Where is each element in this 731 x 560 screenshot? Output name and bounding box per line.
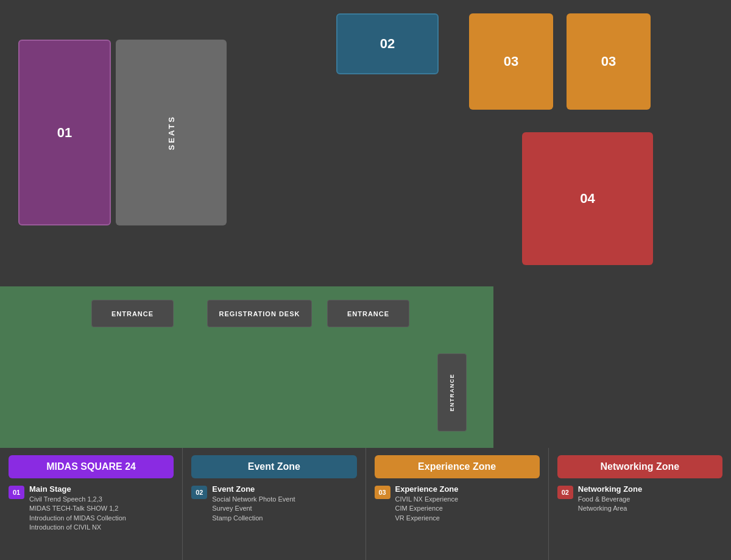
entrance-vertical[interactable]: ENTRANCE: [437, 353, 467, 431]
legend-header-midas: MIDAS SQUARE 24: [9, 455, 174, 478]
block-label: 03: [504, 54, 518, 69]
legend-text-midas: Main Stage Civil Trend Speech 1,2,3 MIDA…: [29, 484, 126, 533]
block-label: 01: [57, 125, 72, 141]
legend-text-experience: Experience Zone CIVIL NX Experience CIM …: [395, 484, 459, 523]
legend-badge-experience: 03: [375, 486, 390, 499]
legend-badge-midas: 01: [9, 486, 24, 499]
legend-badge-event: 02: [191, 486, 207, 499]
block-03-orange-left[interactable]: 03: [469, 13, 553, 110]
seats-label: SEATS: [167, 115, 176, 150]
block-04-red[interactable]: 04: [522, 132, 653, 265]
legend-event: Event Zone 02 Event Zone Social Network …: [183, 448, 366, 560]
entrance-button-2[interactable]: ENTRANCE: [327, 300, 409, 327]
legend-item-midas: 01 Main Stage Civil Trend Speech 1,2,3 M…: [9, 484, 174, 533]
legend-area: MIDAS SQUARE 24 01 Main Stage Civil Tren…: [0, 448, 731, 560]
entrance-label: ENTRANCE: [347, 310, 389, 317]
block-label: 04: [580, 191, 595, 207]
legend-midas: MIDAS SQUARE 24 01 Main Stage Civil Tren…: [0, 448, 183, 560]
legend-header-event: Event Zone: [191, 455, 356, 478]
entrance-v-label: ENTRANCE: [449, 374, 455, 411]
registration-desk-button[interactable]: REGISTRATION DESK: [207, 300, 312, 327]
entrance-button-1[interactable]: ENTRANCE: [91, 300, 174, 327]
block-01[interactable]: 01: [18, 40, 111, 225]
block-03-orange-right[interactable]: 03: [567, 13, 651, 110]
entrance-label: ENTRANCE: [111, 310, 154, 317]
legend-item-experience: 03 Experience Zone CIVIL NX Experience C…: [375, 484, 540, 523]
legend-header-networking: Networking Zone: [557, 455, 722, 478]
legend-text-event: Event Zone Social Network Photo Event Su…: [212, 484, 295, 523]
block-seats: SEATS: [116, 40, 227, 225]
block-02-teal[interactable]: 02: [336, 13, 439, 74]
legend-header-experience: Experience Zone: [375, 455, 540, 478]
legend-text-networking: Networking Zone Food & Beverage Networki…: [578, 484, 642, 514]
legend-experience: Experience Zone 03 Experience Zone CIVIL…: [366, 448, 549, 560]
reg-desk-label: REGISTRATION DESK: [219, 310, 300, 317]
block-label: 03: [601, 54, 616, 69]
legend-badge-networking: 02: [557, 486, 573, 499]
legend-networking: Networking Zone 02 Networking Zone Food …: [549, 448, 731, 560]
block-label: 02: [380, 36, 395, 52]
legend-item-event: 02 Event Zone Social Network Photo Event…: [191, 484, 356, 523]
legend-item-networking: 02 Networking Zone Food & Beverage Netwo…: [557, 484, 722, 514]
